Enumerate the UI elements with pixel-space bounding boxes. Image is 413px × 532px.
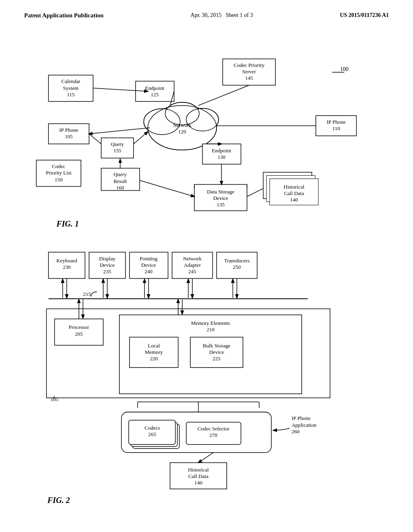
- svg-text:Application: Application: [292, 422, 317, 428]
- page: Patent Application Publication Apr. 30, …: [0, 0, 413, 532]
- svg-text:Query: Query: [111, 141, 124, 147]
- svg-text:250: 250: [233, 264, 241, 270]
- svg-text:Endpoint: Endpoint: [145, 85, 165, 91]
- svg-text:140: 140: [194, 480, 202, 486]
- svg-text:Transducers: Transducers: [224, 258, 250, 264]
- header-left: Patent Application Publication: [24, 12, 104, 19]
- svg-text:Pointing: Pointing: [140, 256, 158, 262]
- svg-text:Processor: Processor: [69, 324, 89, 330]
- svg-text:Codec Selector: Codec Selector: [197, 426, 229, 432]
- svg-text:110: 110: [332, 125, 340, 131]
- svg-text:210: 210: [206, 326, 215, 332]
- svg-text:Endpoint: Endpoint: [212, 148, 231, 154]
- svg-line-65: [198, 85, 249, 105]
- svg-text:Memory: Memory: [145, 349, 163, 355]
- svg-text:IP Phone: IP Phone: [59, 127, 78, 133]
- svg-text:Network: Network: [183, 256, 202, 262]
- fig2-svg: Keyboard 230 Display Device 235 Pointing…: [24, 241, 389, 515]
- svg-text:Device: Device: [213, 195, 228, 201]
- svg-text:115: 115: [67, 91, 75, 98]
- svg-text:IP Phone: IP Phone: [292, 415, 311, 421]
- svg-text:205: 205: [75, 331, 83, 337]
- fig2-diagram: Keyboard 230 Display Device 235 Pointing…: [24, 241, 389, 515]
- svg-text:100: 100: [340, 66, 348, 72]
- svg-text:270: 270: [209, 432, 217, 438]
- svg-text:Calendar: Calendar: [61, 78, 81, 84]
- fig1-label: FIG. 1: [56, 219, 79, 229]
- fig1-diagram: Calendar System 115 IP Phone 105 Codec P…: [24, 31, 389, 233]
- svg-text:145: 145: [245, 75, 253, 81]
- svg-text:135: 135: [217, 202, 225, 208]
- svg-line-69: [247, 189, 263, 197]
- svg-text:140: 140: [290, 197, 298, 203]
- svg-text:Keyboard: Keyboard: [56, 258, 77, 264]
- header-center: Apr. 30, 2015 Sheet 1 of 3: [190, 12, 253, 19]
- svg-line-60: [89, 134, 101, 144]
- svg-text:Historical: Historical: [284, 184, 305, 190]
- svg-text:Device: Device: [141, 262, 156, 268]
- svg-text:Codec: Codec: [52, 163, 66, 169]
- svg-text:260: 260: [292, 428, 300, 434]
- svg-text:Memory Elements: Memory Elements: [191, 320, 230, 326]
- svg-text:Bulk Storage: Bulk Storage: [203, 343, 231, 349]
- svg-text:Display: Display: [99, 256, 116, 262]
- svg-text:Device: Device: [100, 262, 115, 268]
- svg-text:Server: Server: [242, 69, 256, 75]
- svg-line-70: [140, 181, 194, 197]
- svg-point-28: [166, 103, 198, 124]
- svg-text:Priority List: Priority List: [46, 170, 72, 176]
- header-right: US 2015/0117236 A1: [340, 12, 389, 19]
- svg-text:225: 225: [213, 355, 221, 362]
- svg-text:Adapter: Adapter: [184, 262, 201, 268]
- svg-text:Local: Local: [148, 343, 160, 349]
- svg-text:155: 155: [113, 148, 121, 154]
- svg-text:235: 235: [103, 268, 111, 274]
- svg-text:FIG. 2: FIG. 2: [47, 496, 70, 505]
- svg-text:125: 125: [151, 91, 159, 98]
- svg-text:130: 130: [217, 154, 225, 160]
- svg-text:Codecs: Codecs: [144, 425, 160, 431]
- svg-text:265: 265: [148, 431, 156, 437]
- svg-text:120: 120: [178, 129, 186, 135]
- svg-text:IP Phone: IP Phone: [327, 119, 346, 125]
- svg-text:220: 220: [150, 355, 158, 362]
- svg-text:Data Storage: Data Storage: [207, 189, 234, 195]
- svg-text:230: 230: [63, 264, 71, 270]
- svg-text:Network: Network: [173, 122, 192, 128]
- page-header: Patent Application Publication Apr. 30, …: [24, 12, 389, 19]
- svg-text:Historical: Historical: [188, 467, 209, 473]
- svg-text:105: 105: [50, 396, 58, 402]
- svg-text:240: 240: [145, 268, 153, 274]
- svg-text:Device: Device: [209, 349, 224, 355]
- svg-text:215: 215: [83, 291, 91, 297]
- svg-line-62: [133, 132, 148, 144]
- svg-text:150: 150: [55, 177, 63, 183]
- svg-text:Call Data: Call Data: [284, 190, 304, 196]
- svg-text:160: 160: [116, 185, 124, 191]
- svg-text:System: System: [63, 85, 78, 91]
- svg-text:Codec Priority: Codec Priority: [234, 62, 265, 68]
- svg-text:Result: Result: [113, 178, 127, 184]
- svg-text:245: 245: [188, 268, 196, 274]
- svg-line-142: [198, 453, 213, 463]
- svg-text:Query: Query: [114, 171, 127, 177]
- svg-line-61: [89, 128, 150, 134]
- svg-text:105: 105: [65, 133, 73, 139]
- fig1-svg: Calendar System 115 IP Phone 105 Codec P…: [24, 31, 389, 233]
- svg-text:Call Data: Call Data: [188, 473, 209, 479]
